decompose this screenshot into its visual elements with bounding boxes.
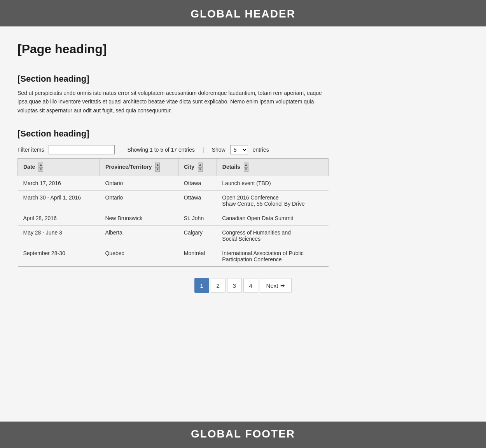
show-label: Show — [212, 147, 226, 153]
cell-province: Alberta — [100, 226, 178, 246]
global-header: GLOBAL HEADER — [0, 0, 486, 26]
col-city: City ▲ ▼ — [178, 159, 217, 176]
details-sort-desc[interactable]: ▼ — [244, 167, 248, 172]
cell-city: Ottawa — [178, 191, 217, 211]
footer-label: GLOBAL FOOTER — [191, 428, 295, 440]
section1-body: Sed ut perspiciatis unde omnis iste natu… — [17, 89, 325, 115]
page-heading: [Page heading] — [17, 42, 469, 56]
col-date: Date ▲ ▼ — [18, 159, 100, 176]
page-btn-1[interactable]: 1 — [194, 278, 209, 293]
cell-date: March 17, 2016 — [18, 176, 100, 191]
cell-city: St. John — [178, 211, 217, 226]
province-sort-btns[interactable]: ▲ ▼ — [155, 163, 160, 172]
page-btn-4[interactable]: 4 — [243, 278, 258, 293]
table-row: March 17, 2016 Ontario Ottawa Launch eve… — [18, 176, 329, 191]
table-controls: Filter items Showing 1 to 5 of 17 entrie… — [17, 145, 469, 154]
main-content: [Page heading] [Section heading] Sed ut … — [0, 26, 486, 422]
cell-date: March 30 - April 1, 2016 — [18, 191, 100, 211]
cell-details: Open 2016 ConferenceShaw Centre, 55 Colo… — [217, 191, 328, 211]
page-btn-3[interactable]: 3 — [227, 278, 242, 293]
cell-province: Quebec — [100, 246, 178, 267]
showing-text: Showing 1 to 5 of 17 entries — [127, 147, 195, 153]
cell-city: Calgary — [178, 226, 217, 246]
pagination: 1 2 3 4 Next ➡ — [17, 278, 469, 293]
next-arrow-icon: ➡ — [280, 282, 285, 289]
cell-province: Ontario — [100, 176, 178, 191]
page-btn-2[interactable]: 2 — [211, 278, 226, 293]
filter-label: Filter items — [17, 147, 44, 153]
table-row: September 28-30 Quebec Montréal Internat… — [18, 246, 329, 267]
table-row: March 30 - April 1, 2016 Ontario Ottawa … — [18, 191, 329, 211]
cell-city: Ottawa — [178, 176, 217, 191]
section2-heading: [Section heading] — [17, 129, 469, 139]
col-province: Province/Territory ▲ ▼ — [100, 159, 178, 176]
cell-date: May 28 - June 3 — [18, 226, 100, 246]
show-separator: | — [203, 147, 204, 153]
details-sort-btns[interactable]: ▲ ▼ — [244, 163, 248, 172]
global-footer: GLOBAL FOOTER — [0, 422, 486, 448]
cell-date: September 28-30 — [18, 246, 100, 267]
details-sort-asc[interactable]: ▲ — [244, 163, 248, 167]
table-row: April 28, 2016 New Brunswick St. John Ca… — [18, 211, 329, 226]
next-button[interactable]: Next ➡ — [260, 278, 292, 293]
cell-date: April 28, 2016 — [18, 211, 100, 226]
city-sort-desc[interactable]: ▼ — [198, 167, 203, 172]
entries-label: entries — [253, 147, 269, 153]
city-sort-btns[interactable]: ▲ ▼ — [198, 163, 203, 172]
cell-province: New Brunswick — [100, 211, 178, 226]
province-sort-desc[interactable]: ▼ — [155, 167, 160, 172]
cell-details: Launch event (TBD) — [217, 176, 328, 191]
date-sort-asc[interactable]: ▲ — [38, 163, 43, 167]
filter-input[interactable] — [49, 145, 115, 154]
city-sort-asc[interactable]: ▲ — [198, 163, 203, 167]
section1-heading: [Section heading] — [17, 74, 469, 84]
cell-province: Ontario — [100, 191, 178, 211]
cell-details: Congress of Humanities andSocial Science… — [217, 226, 328, 246]
province-sort-asc[interactable]: ▲ — [155, 163, 160, 167]
cell-details: International Association of PublicParti… — [217, 246, 328, 267]
data-table: Date ▲ ▼ Province/Territory ▲ ▼ City — [17, 158, 329, 267]
next-label: Next — [266, 282, 278, 289]
col-details: Details ▲ ▼ — [217, 159, 328, 176]
table-row: May 28 - June 3 Alberta Calgary Congress… — [18, 226, 329, 246]
date-sort-desc[interactable]: ▼ — [38, 167, 43, 172]
cell-details: Canadian Open Data Summit — [217, 211, 328, 226]
date-sort-btns[interactable]: ▲ ▼ — [38, 163, 43, 172]
table-header-row: Date ▲ ▼ Province/Territory ▲ ▼ City — [18, 159, 329, 176]
cell-city: Montréal — [178, 246, 217, 267]
entries-per-page-select[interactable]: 5 10 25 50 — [230, 145, 248, 154]
header-label: GLOBAL HEADER — [191, 8, 295, 20]
page-divider — [17, 62, 469, 62]
